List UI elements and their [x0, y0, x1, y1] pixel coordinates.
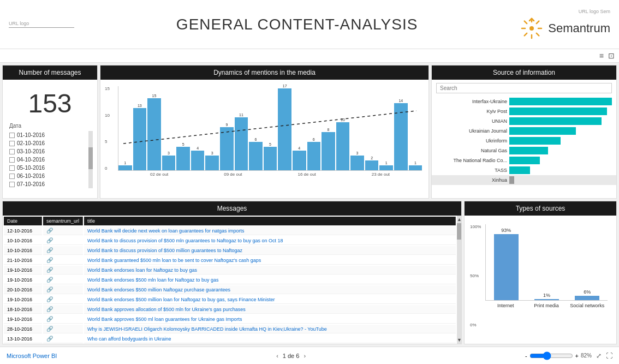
list-item[interactable]: 07-10-2016: [7, 180, 88, 188]
source-item[interactable]: Natural Gas: [432, 146, 616, 156]
cell-title[interactable]: World Bank will decide next week on loan…: [84, 226, 456, 235]
fullscreen-icon[interactable]: ⛶: [606, 352, 612, 360]
table-row: 19-10-2016🔗World Bank endorses $500 mln …: [4, 276, 456, 284]
list-item[interactable]: 01-10-2016: [7, 131, 88, 139]
source-name: UNIAN: [436, 118, 507, 124]
col-date: Date: [4, 217, 42, 225]
list-item[interactable]: 04-10-2016: [7, 156, 88, 164]
cell-date: 19-10-2016: [4, 295, 42, 304]
source-name: Ukrinform: [436, 138, 507, 144]
source-item[interactable]: Ukrainian Journal: [432, 126, 616, 136]
cell-title[interactable]: Who can afford bodyguards in Ukraine: [84, 335, 456, 343]
filter-icon[interactable]: ≡: [599, 51, 604, 60]
cell-url[interactable]: 🔗: [43, 236, 83, 245]
source-item[interactable]: Kyiv Post: [432, 106, 616, 116]
checkbox[interactable]: [9, 157, 15, 163]
table-row: 20-10-2016🔗World Bank endorses $500 mill…: [4, 285, 456, 294]
date-scrollbar[interactable]: [88, 131, 93, 188]
source-item[interactable]: TASS: [432, 165, 616, 175]
pagination: ‹ 1 de 6 ›: [276, 353, 306, 359]
cell-title[interactable]: World Bank endorses $500 million Naftoga…: [84, 285, 456, 294]
zoom-slider[interactable]: [529, 351, 573, 360]
expand-icon[interactable]: ⊡: [608, 51, 615, 60]
cell-url[interactable]: 🔗: [43, 295, 83, 304]
checkbox[interactable]: [9, 165, 15, 171]
cell-url[interactable]: 🔗: [43, 325, 83, 333]
zoom-minus[interactable]: -: [525, 353, 527, 359]
search-input[interactable]: [436, 83, 612, 93]
checkbox[interactable]: [9, 149, 15, 154]
table-row: 19-10-2016🔗World Bank approves $500 ml l…: [4, 315, 456, 324]
list-item[interactable]: 06-10-2016: [7, 172, 88, 180]
source-name: TASS: [436, 168, 507, 173]
scrollbar-thumb: [88, 147, 93, 169]
cell-title[interactable]: Why is JEWISH-ISRAELI Oligarch Kolomoysk…: [84, 325, 456, 333]
svg-line-8: [525, 33, 527, 35]
table-row: 10-10-2016🔗World Bank to discuss provisi…: [4, 246, 456, 255]
cell-title[interactable]: World Bank guaranteed $500 mln loan to b…: [84, 256, 456, 265]
cell-title[interactable]: World Bank to discuss provision of $500 …: [84, 236, 456, 245]
cell-url[interactable]: 🔗: [43, 335, 83, 343]
messages-panel: Messages Date semantrum_url title: [2, 201, 462, 344]
cell-title[interactable]: World Bank endorses $500 mln loan for Na…: [84, 276, 456, 284]
messages-scrollbar[interactable]: ▲ ▼: [457, 216, 461, 344]
share-icon[interactable]: ⤢: [596, 352, 602, 360]
cell-date: 19-10-2016: [4, 276, 42, 284]
next-page-button[interactable]: ›: [303, 353, 306, 359]
cell-date: 12-10-2016: [4, 226, 42, 235]
content-area: Number of messages 153 Дата 01-10-2016 0…: [0, 63, 619, 347]
source-name: Interfax-Ukraine: [436, 99, 507, 104]
source-item[interactable]: The National Radio Co...: [432, 156, 616, 165]
brand-name: Semantrum: [548, 21, 610, 35]
number-panel-header: Number of messages: [3, 65, 97, 80]
cell-url[interactable]: 🔗: [43, 226, 83, 235]
checkbox[interactable]: [9, 182, 15, 187]
cell-url[interactable]: 🔗: [43, 266, 83, 275]
page-indicator: 1 de 6: [283, 353, 300, 359]
source-item[interactable]: UNIAN: [432, 116, 616, 126]
list-item[interactable]: 05-10-2016: [7, 164, 88, 172]
cell-url[interactable]: 🔗: [43, 246, 83, 255]
type-bar-x-label: Print media: [526, 303, 567, 308]
cell-url[interactable]: 🔗: [43, 305, 83, 314]
scroll-down-btn[interactable]: ▼: [457, 337, 461, 343]
date-list: 01-10-2016 02-10-2016 03-10-2016 04-10-2…: [7, 131, 88, 188]
col-url: semantrum_url: [43, 217, 83, 225]
y-axis: 0 5 10 15: [105, 86, 110, 171]
scroll-thumb: [457, 223, 461, 240]
zoom-plus[interactable]: +: [575, 353, 579, 359]
svg-point-0: [529, 26, 534, 31]
checkbox[interactable]: [9, 141, 15, 146]
zoom-label: 82%: [581, 353, 592, 359]
cell-url[interactable]: 🔗: [43, 276, 83, 284]
list-item[interactable]: 03-10-2016: [7, 147, 88, 156]
source-item[interactable]: Interfax-Ukraine: [432, 97, 616, 106]
cell-url[interactable]: 🔗: [43, 285, 83, 294]
main-container: URL logo GENERAL CONTENT-ANALYSIS URL lo…: [0, 0, 619, 364]
types-bars: 93%1%6%: [485, 224, 608, 301]
cell-title[interactable]: World Bank endorses $500 million loan fo…: [84, 295, 456, 304]
powerbi-brand[interactable]: Microsoft Power BI: [7, 353, 57, 359]
cell-title[interactable]: World Bank endorses loan for Naftogaz to…: [84, 266, 456, 275]
cell-url[interactable]: 🔗: [43, 315, 83, 324]
scroll-up-btn[interactable]: ▲: [457, 216, 461, 222]
cell-url[interactable]: 🔗: [43, 256, 83, 265]
list-item[interactable]: 02-10-2016: [7, 139, 88, 147]
semantrum-logo-icon: [520, 16, 544, 40]
cell-title[interactable]: World Bank approves allocation of $500 m…: [84, 305, 456, 314]
type-bar-x-label: Internet: [485, 303, 526, 308]
cell-title[interactable]: World Bank approves $500 ml loan guarant…: [84, 315, 456, 324]
dynamics-panel-header: Dynamics of mentions in the media: [100, 65, 428, 80]
table-row: 18-10-2016🔗World Bank approves allocatio…: [4, 305, 456, 314]
dynamics-panel: Dynamics of mentions in the media 0 5 10…: [100, 65, 429, 199]
messages-body: Date semantrum_url title 12-10-2016🔗Worl…: [3, 216, 461, 344]
checkbox[interactable]: [9, 174, 15, 179]
svg-line-5: [525, 21, 527, 23]
checkbox[interactable]: [9, 133, 15, 138]
source-item[interactable]: Xinhua: [432, 175, 616, 185]
cell-date: 18-10-2016: [4, 305, 42, 314]
messages-panel-header: Messages: [3, 201, 461, 216]
cell-title[interactable]: World Bank to discuss provision of $500 …: [84, 246, 456, 255]
prev-page-button[interactable]: ‹: [276, 353, 278, 359]
source-item[interactable]: Ukrinform: [432, 136, 616, 146]
